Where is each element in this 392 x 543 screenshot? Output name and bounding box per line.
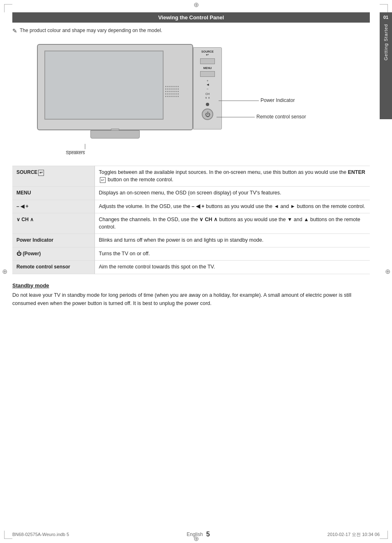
ctrl-menu-label: MENU	[203, 67, 212, 69]
corner-mark-bl	[4, 531, 12, 539]
table-row: – ◀ + Adjusts the volume. In the OSD, us…	[12, 200, 370, 213]
feature-name: SOURCE↩	[12, 166, 95, 187]
footer-language: English	[187, 531, 203, 537]
power-button: ⏻	[202, 109, 213, 120]
feature-desc: Aim the remote control towards this spot…	[95, 261, 370, 274]
corner-mark-tr	[380, 4, 388, 12]
ctrl-vol-label: +	[207, 79, 208, 82]
ctrl-source-btn	[200, 58, 215, 64]
ctrl-vol-minus: –	[207, 87, 208, 90]
note-text: ✎ The product colour and shape may vary …	[12, 28, 371, 34]
tv-control-panel: SOURCE↩ MENU + ◀ – CH ∨ ∧ ⏻	[193, 47, 222, 129]
ctrl-ch-label: CH	[205, 92, 210, 95]
power-indicator-dot	[206, 103, 209, 106]
footer-date: 2010-02-17 오전 10:34 06	[327, 531, 380, 538]
reg-mark-top: ⊕	[192, 1, 200, 8]
ctrl-menu-btn	[200, 71, 215, 77]
feature-table: SOURCE↩ Toggles between all the availabl…	[12, 166, 370, 274]
sidebar-number: 01	[383, 15, 388, 20]
feature-desc: Adjusts the volume. In the OSD, use the …	[95, 200, 370, 213]
feature-desc: Blinks and turns off when the power is o…	[95, 234, 370, 247]
feature-name: ∨ CH ∧	[12, 213, 95, 234]
footer-number: 5	[206, 531, 210, 538]
table-row: SOURCE↩ Toggles between all the availabl…	[12, 166, 370, 187]
feature-name: MENU	[12, 187, 95, 200]
speakers-label: Speakers	[66, 150, 85, 155]
tv-speaker-area	[165, 86, 179, 97]
footer-page-number: English 5	[187, 531, 210, 538]
feature-name: Power Indicator	[12, 234, 95, 247]
standby-text: Do not leave your TV in standby mode for…	[12, 291, 371, 307]
note-content: The product colour and shape may vary de…	[20, 28, 162, 33]
footer-filename: BN68-02575A-Weuro.indb 5	[12, 532, 69, 537]
feature-name: Remote control sensor	[12, 261, 95, 274]
feature-desc: Changes the channels. In the OSD, use th…	[95, 213, 370, 234]
tv-screen	[44, 51, 164, 120]
feature-name: – ◀ +	[12, 200, 95, 213]
section-title: Viewing the Control Panel	[12, 12, 370, 23]
page-content: Viewing the Control Panel ✎ The product …	[12, 12, 371, 531]
ctrl-source-label: SOURCE↩	[201, 50, 214, 57]
right-sidebar: 01 Getting Started	[380, 12, 392, 119]
page-footer: BN68-02575A-Weuro.indb 5 English 5 2010-…	[12, 531, 380, 538]
sidebar-label: Getting Started	[383, 24, 388, 60]
tv-frame	[37, 44, 193, 130]
note-icon: ✎	[12, 28, 17, 34]
tv-illustration	[37, 44, 210, 143]
table-row: ⏻ (Power) Turns the TV on or off.	[12, 247, 370, 261]
corner-mark-br	[380, 531, 388, 539]
tv-stand-base	[90, 130, 140, 139]
table-row: ∨ CH ∧ Changes the channels. In the OSD,…	[12, 213, 370, 234]
standby-section: Standby mode Do not leave your TV in sta…	[12, 282, 371, 307]
feature-desc: Turns the TV on or off.	[95, 247, 370, 261]
feature-desc: Displays an on-screen menu, the OSD (on …	[95, 187, 370, 200]
table-row: Power Indicator Blinks and turns off whe…	[12, 234, 370, 247]
feature-desc: Toggles between all the available input …	[95, 166, 370, 187]
ctrl-ch-icons: ∨ ∧	[205, 96, 210, 99]
diagram-area: SOURCE↩ MENU + ◀ – CH ∨ ∧ ⏻ Power Indica…	[12, 40, 370, 159]
power-indicator-label: Power Indicator	[261, 97, 295, 103]
ctrl-vol-icon: ◀	[207, 83, 209, 86]
table-row: Remote control sensor Aim the remote con…	[12, 261, 370, 274]
reg-mark-right: ⊕	[384, 268, 391, 275]
table-row: MENU Displays an on-screen menu, the OSD…	[12, 187, 370, 200]
corner-mark-tl	[4, 4, 12, 12]
remote-sensor-label: Remote control sensor	[256, 114, 306, 120]
feature-name: ⏻ (Power)	[12, 247, 95, 261]
reg-mark-left: ⊕	[1, 268, 8, 275]
standby-title: Standby mode	[12, 282, 371, 289]
